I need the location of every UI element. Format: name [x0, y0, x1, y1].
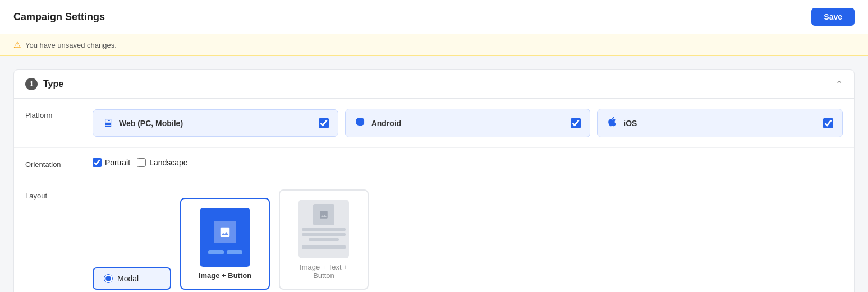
landscape-label: Landscape	[149, 158, 188, 167]
collapse-icon[interactable]: ⌃	[835, 79, 843, 90]
gray-button-preview	[302, 245, 346, 249]
modal-radio[interactable]	[104, 274, 113, 283]
orientation-landscape[interactable]: Landscape	[137, 158, 188, 167]
image-button-label: Image + Button	[199, 271, 251, 280]
platform-ios[interactable]: iOS	[597, 109, 843, 137]
type-section: 1 Type ⌃ Platform 🖥 Web (PC, Mobile)	[13, 69, 855, 292]
platform-web-checkbox[interactable]	[319, 118, 329, 128]
orientation-label: Orientation	[25, 158, 93, 169]
platform-ios-label: iOS	[623, 119, 637, 128]
platform-web[interactable]: 🖥 Web (PC, Mobile)	[93, 109, 338, 137]
layout-label: Layout	[25, 189, 93, 200]
layout-image-text-button[interactable]: Image + Text + Button	[279, 189, 369, 290]
image-button-preview	[200, 208, 250, 267]
warning-icon: ⚠	[13, 40, 21, 50]
text-line-3	[309, 238, 339, 241]
ios-icon	[607, 116, 618, 130]
layout-row: Layout Modal	[14, 179, 854, 292]
modal-label: Modal	[117, 274, 139, 283]
unsaved-message: You have unsaved changes.	[25, 41, 117, 49]
platform-label: Platform	[25, 109, 93, 119]
unsaved-banner: ⚠ You have unsaved changes.	[0, 34, 868, 56]
image-placeholder-icon	[214, 221, 236, 243]
platform-android[interactable]: Android	[345, 109, 591, 137]
section-number: 1	[25, 78, 38, 90]
text-line-2	[302, 233, 346, 236]
button-preview-rect-1	[208, 250, 224, 254]
portrait-checkbox[interactable]	[93, 158, 102, 167]
orientation-portrait[interactable]: Portrait	[93, 158, 130, 167]
orientation-row: Orientation Portrait Landscape	[14, 148, 854, 179]
platform-android-checkbox[interactable]	[571, 118, 581, 128]
section-body: Platform 🖥 Web (PC, Mobile)	[14, 99, 854, 292]
orientation-options: Portrait Landscape	[93, 158, 843, 167]
portrait-label: Portrait	[105, 158, 130, 167]
button-preview-rect-2	[227, 250, 242, 254]
platform-android-label: Android	[371, 119, 402, 128]
gray-image-placeholder	[313, 204, 334, 225]
platform-web-label: Web (PC, Mobile)	[119, 119, 183, 128]
save-button[interactable]: Save	[811, 8, 855, 26]
main-content: 1 Type ⌃ Platform 🖥 Web (PC, Mobile)	[0, 56, 868, 292]
platform-ios-checkbox[interactable]	[823, 118, 833, 128]
section-title-group: 1 Type	[25, 78, 63, 90]
layout-modal[interactable]: Modal	[93, 267, 171, 290]
section-title: Type	[43, 79, 63, 89]
platform-options: 🖥 Web (PC, Mobile) Android	[93, 109, 843, 137]
landscape-checkbox[interactable]	[137, 158, 146, 167]
section-header: 1 Type ⌃	[14, 70, 854, 99]
image-text-button-preview	[298, 200, 349, 258]
android-icon	[355, 116, 366, 130]
page-title: Campaign Settings	[13, 11, 105, 23]
layout-image-button[interactable]: Image + Button	[180, 198, 270, 290]
top-bar: Campaign Settings Save	[0, 0, 868, 34]
image-text-button-label: Image + Text + Button	[289, 263, 359, 280]
text-line-1	[302, 228, 346, 231]
web-icon: 🖥	[102, 117, 113, 129]
platform-row: Platform 🖥 Web (PC, Mobile)	[14, 99, 854, 148]
layout-options: Modal	[93, 189, 843, 290]
